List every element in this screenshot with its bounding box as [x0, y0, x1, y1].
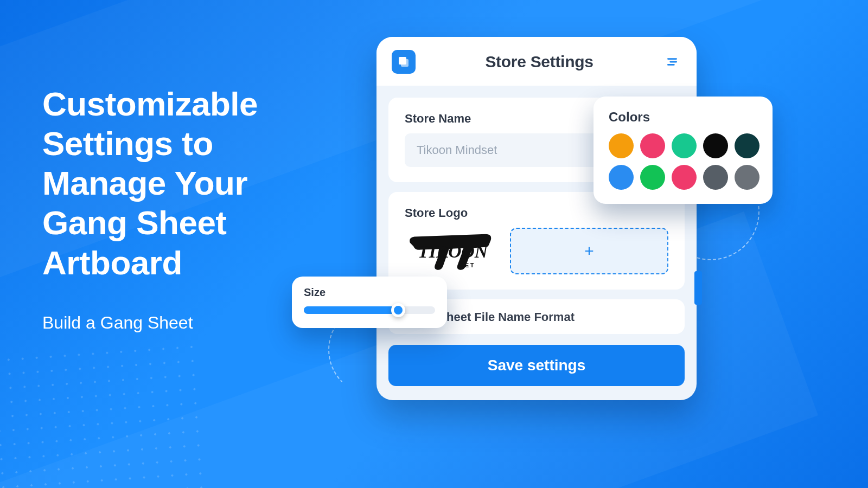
- color-swatch-4[interactable]: [735, 133, 760, 158]
- store-logo-preview: TIKOON SET: [405, 228, 497, 274]
- svg-text:SET: SET: [459, 262, 475, 268]
- size-slider-fill: [304, 306, 398, 314]
- colors-popover: Colors: [593, 97, 773, 204]
- svg-rect-1: [401, 59, 409, 67]
- plus-icon: +: [584, 242, 594, 260]
- settings-panel: Store Settings Store Name Store Logo: [376, 37, 697, 400]
- panel-title: Store Settings: [416, 53, 663, 71]
- svg-text:TIKOON: TIKOON: [418, 241, 489, 261]
- hero-headline: Customizable Settings to Manage Your Gan…: [42, 84, 324, 282]
- color-swatch-2[interactable]: [672, 133, 697, 158]
- color-swatch-9[interactable]: [735, 165, 760, 190]
- upload-logo-button[interactable]: +: [510, 228, 668, 274]
- decorative-dots: [0, 339, 212, 488]
- menu-icon: [665, 55, 679, 69]
- size-slider-thumb[interactable]: [391, 303, 405, 317]
- panel-side-accent: [694, 271, 702, 305]
- panel-menu-button[interactable]: [663, 53, 681, 71]
- color-swatch-3[interactable]: [703, 133, 728, 158]
- hero-subtitle: Build a Gang Sheet: [42, 313, 324, 333]
- colors-title: Colors: [609, 110, 757, 125]
- color-swatch-7[interactable]: [672, 165, 697, 190]
- hero-copy: Customizable Settings to Manage Your Gan…: [42, 84, 324, 333]
- color-swatch-1[interactable]: [640, 133, 665, 158]
- store-logo-card: Store Logo TIKOON SET +: [388, 192, 685, 290]
- color-swatch-grid: [609, 133, 757, 190]
- size-popover: Size: [292, 277, 447, 328]
- size-title: Size: [304, 286, 435, 299]
- store-logo-label: Store Logo: [405, 206, 668, 220]
- size-slider[interactable]: [304, 306, 435, 314]
- panel-header: Store Settings: [376, 37, 697, 86]
- app-logo-icon: [392, 50, 416, 74]
- color-swatch-6[interactable]: [640, 165, 665, 190]
- save-settings-button[interactable]: Save settings: [388, 345, 685, 386]
- color-swatch-5[interactable]: [609, 165, 634, 190]
- color-swatch-8[interactable]: [703, 165, 728, 190]
- color-swatch-0[interactable]: [609, 133, 634, 158]
